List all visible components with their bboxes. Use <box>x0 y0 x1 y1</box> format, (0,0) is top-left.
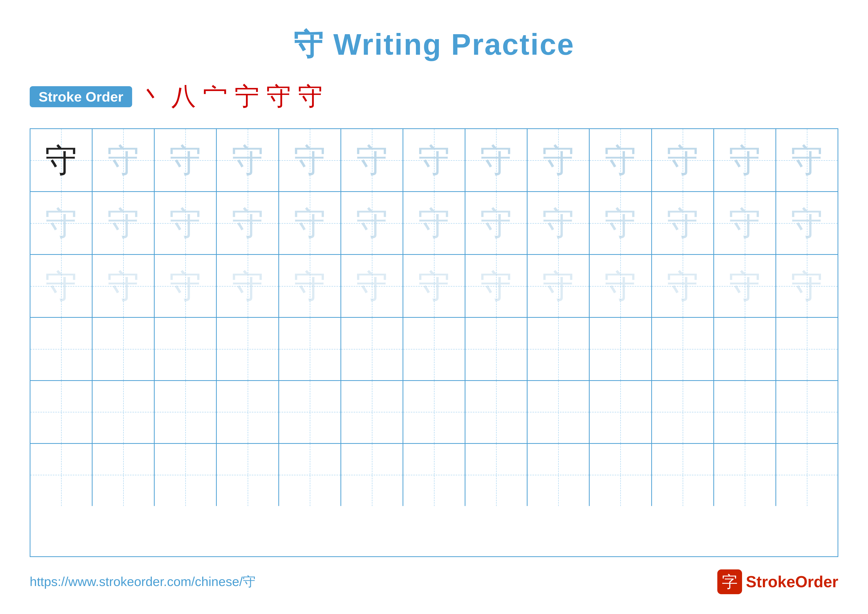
grid-cell[interactable]: 守 <box>652 129 714 191</box>
grid-cell[interactable]: 守 <box>652 255 714 317</box>
grid-cell[interactable] <box>714 318 776 380</box>
grid-cell[interactable] <box>403 318 465 380</box>
practice-char: 守 <box>169 270 202 302</box>
grid-cell[interactable]: 守 <box>465 192 527 254</box>
grid-cell[interactable] <box>155 444 217 506</box>
page-title: 守 Writing Practice <box>293 25 575 65</box>
grid-cell[interactable] <box>279 318 341 380</box>
grid-cell[interactable] <box>341 318 403 380</box>
grid-cell[interactable] <box>652 444 714 506</box>
grid-cell[interactable] <box>776 318 837 380</box>
grid-cell[interactable]: 守 <box>279 129 341 191</box>
grid-cell[interactable]: 守 <box>590 129 652 191</box>
grid-cell[interactable] <box>776 381 837 443</box>
grid-cell[interactable] <box>527 381 590 443</box>
grid-cell[interactable]: 守 <box>93 129 155 191</box>
grid-cell[interactable]: 守 <box>155 192 217 254</box>
practice-char: 守 <box>480 144 512 176</box>
grid-cell[interactable] <box>341 444 403 506</box>
grid-cell[interactable]: 守 <box>403 192 465 254</box>
grid-cell[interactable]: 守 <box>776 255 837 317</box>
grid-cell[interactable] <box>590 381 652 443</box>
stroke-5: 守 <box>266 80 291 113</box>
grid-cell[interactable]: 守 <box>652 192 714 254</box>
footer-url[interactable]: https://www.strokeorder.com/chinese/守 <box>30 573 256 591</box>
grid-cell[interactable]: 守 <box>527 192 590 254</box>
grid-cell[interactable]: 守 <box>217 192 279 254</box>
grid-cell[interactable] <box>714 444 776 506</box>
grid-row: 守 守 守 守 守 守 守 守 守 守 守 守 守 <box>31 192 837 255</box>
stroke-order-row: Stroke Order 丶 八 宀 宁 守 守 <box>30 80 838 113</box>
grid-cell[interactable]: 守 <box>714 192 776 254</box>
stroke-6: 守 <box>298 80 322 113</box>
grid-cell[interactable] <box>279 381 341 443</box>
grid-cell[interactable]: 守 <box>776 129 837 191</box>
grid-cell[interactable] <box>403 381 465 443</box>
logo-text: StrokeOrder <box>746 573 838 591</box>
grid-cell[interactable] <box>93 381 155 443</box>
grid-cell[interactable]: 守 <box>465 255 527 317</box>
stroke-4: 宁 <box>234 80 259 113</box>
grid-cell[interactable]: 守 <box>403 129 465 191</box>
practice-char: 守 <box>542 270 574 302</box>
grid-cell[interactable]: 守 <box>93 255 155 317</box>
grid-cell[interactable]: 守 <box>31 129 93 191</box>
practice-char: 守 <box>604 207 636 239</box>
grid-cell[interactable] <box>652 318 714 380</box>
grid-cell[interactable]: 守 <box>217 255 279 317</box>
practice-char: 守 <box>729 270 761 302</box>
grid-row-empty <box>31 444 837 506</box>
grid-cell[interactable] <box>279 444 341 506</box>
grid-cell[interactable] <box>652 381 714 443</box>
grid-cell[interactable] <box>403 444 465 506</box>
grid-cell[interactable]: 守 <box>279 255 341 317</box>
practice-char: 守 <box>356 207 388 239</box>
grid-cell[interactable]: 守 <box>341 129 403 191</box>
grid-cell[interactable] <box>341 381 403 443</box>
grid-cell[interactable] <box>527 318 590 380</box>
grid-cell[interactable]: 守 <box>279 192 341 254</box>
grid-cell[interactable]: 守 <box>93 192 155 254</box>
grid-cell[interactable]: 守 <box>465 129 527 191</box>
grid-cell[interactable] <box>155 381 217 443</box>
grid-cell[interactable] <box>31 318 93 380</box>
grid-cell[interactable] <box>776 444 837 506</box>
grid-cell[interactable]: 守 <box>341 192 403 254</box>
grid-cell[interactable] <box>31 381 93 443</box>
grid-cell[interactable] <box>93 444 155 506</box>
grid-cell[interactable] <box>527 444 590 506</box>
grid-cell[interactable]: 守 <box>776 192 837 254</box>
grid-cell[interactable] <box>155 318 217 380</box>
practice-char: 守 <box>45 207 77 239</box>
grid-cell[interactable]: 守 <box>590 192 652 254</box>
grid-cell[interactable] <box>714 381 776 443</box>
grid-cell[interactable] <box>93 318 155 380</box>
grid-cell[interactable] <box>465 381 527 443</box>
grid-cell[interactable]: 守 <box>527 129 590 191</box>
grid-cell[interactable] <box>217 381 279 443</box>
grid-cell[interactable] <box>465 318 527 380</box>
practice-char: 守 <box>604 144 636 176</box>
grid-cell[interactable] <box>465 444 527 506</box>
grid-cell[interactable]: 守 <box>155 255 217 317</box>
grid-cell[interactable] <box>31 444 93 506</box>
grid-cell[interactable]: 守 <box>590 255 652 317</box>
grid-cell[interactable] <box>217 318 279 380</box>
grid-cell[interactable]: 守 <box>155 129 217 191</box>
grid-cell[interactable]: 守 <box>527 255 590 317</box>
page: 守 Writing Practice Stroke Order 丶 八 宀 宁 … <box>0 0 868 614</box>
grid-cell[interactable]: 守 <box>31 255 93 317</box>
grid-cell[interactable]: 守 <box>714 129 776 191</box>
practice-char: 守 <box>107 270 139 302</box>
grid-cell[interactable]: 守 <box>714 255 776 317</box>
logo-icon: 字 <box>717 569 742 594</box>
grid-cell[interactable]: 守 <box>403 255 465 317</box>
logo-text-stroke: Stroke <box>746 573 795 591</box>
grid-cell[interactable] <box>217 444 279 506</box>
grid-cell[interactable]: 守 <box>217 129 279 191</box>
grid-cell[interactable]: 守 <box>31 192 93 254</box>
grid-cell[interactable]: 守 <box>341 255 403 317</box>
grid-cell[interactable] <box>590 444 652 506</box>
grid-cell[interactable] <box>590 318 652 380</box>
practice-char: 守 <box>356 270 388 302</box>
